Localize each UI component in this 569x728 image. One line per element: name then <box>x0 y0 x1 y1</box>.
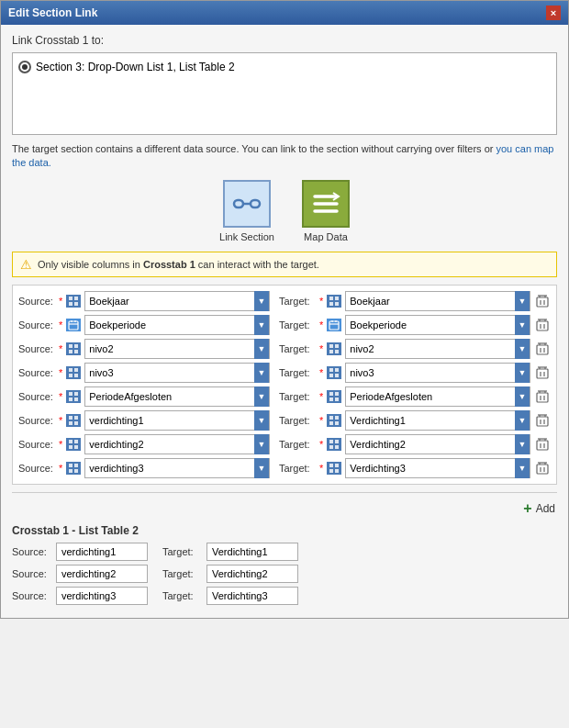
map-data-button[interactable] <box>302 180 350 228</box>
summary-target-field: Verdichting2 <box>206 565 298 583</box>
source-dropdown[interactable]: verdichting3 ▼ <box>84 458 270 478</box>
target-dropdown-arrow[interactable]: ▼ <box>515 386 530 407</box>
source-field-icon <box>66 342 81 355</box>
mapping-rows-container: Source: * Boekjaar ▼ Target: * Boekjaar … <box>12 285 557 485</box>
svg-rect-93 <box>74 445 78 449</box>
svg-rect-67 <box>335 392 339 396</box>
target-dropdown-text: Verdichting1 <box>346 415 515 426</box>
target-dropdown-arrow[interactable]: ▼ <box>515 434 530 454</box>
svg-rect-24 <box>329 321 339 330</box>
delete-row-button[interactable] <box>534 388 551 405</box>
target-field-icon <box>327 342 341 355</box>
required-star-target: * <box>319 343 323 354</box>
summary-source-field: verdichting1 <box>56 543 148 561</box>
target-label: Target: <box>279 367 316 378</box>
delete-row-button[interactable] <box>534 293 551 309</box>
source-dropdown-arrow[interactable]: ▼ <box>254 410 269 431</box>
target-dropdown-arrow[interactable]: ▼ <box>515 339 530 359</box>
target-dropdown-text: nivo3 <box>346 367 515 378</box>
mapping-row: Source: * Boekjaar ▼ Target: * Boekjaar … <box>18 291 551 311</box>
delete-row-button[interactable] <box>534 317 551 333</box>
source-dropdown[interactable]: PeriodeAfgesloten ▼ <box>84 386 270 407</box>
source-dropdown-text: Boekperiode <box>85 319 254 330</box>
target-label: Target: <box>279 343 316 354</box>
title-bar: Edit Section Link × <box>1 1 568 25</box>
delete-row-button[interactable] <box>534 436 551 453</box>
svg-rect-6 <box>69 297 73 300</box>
target-dropdown[interactable]: Boekjaar ▼ <box>345 291 530 311</box>
target-dropdown[interactable]: Boekperiode ▼ <box>345 315 530 335</box>
svg-rect-51 <box>74 374 78 377</box>
svg-rect-0 <box>234 200 243 207</box>
svg-rect-91 <box>74 440 78 443</box>
target-dropdown-arrow[interactable]: ▼ <box>515 291 530 311</box>
target-dropdown[interactable]: Verdichting3 ▼ <box>345 458 530 478</box>
svg-rect-9 <box>74 302 78 306</box>
delete-row-button[interactable] <box>534 412 551 429</box>
source-dropdown-arrow[interactable]: ▼ <box>254 363 269 383</box>
summary-source-label: Source: <box>12 546 49 557</box>
section-radio[interactable] <box>18 61 31 73</box>
source-dropdown[interactable]: Boekperiode ▼ <box>84 315 270 335</box>
svg-rect-36 <box>69 350 73 353</box>
source-dropdown-arrow[interactable]: ▼ <box>254 386 269 407</box>
svg-rect-76 <box>69 416 73 420</box>
summary-source-label: Source: <box>12 568 49 579</box>
source-dropdown[interactable]: verdichting1 ▼ <box>84 410 270 431</box>
target-label: Target: <box>279 415 316 426</box>
section-select-box[interactable]: Section 3: Drop-Down List 1, List Table … <box>12 52 557 135</box>
svg-rect-111 <box>335 469 339 473</box>
source-dropdown-arrow[interactable]: ▼ <box>254 458 269 478</box>
source-dropdown-text: verdichting3 <box>85 463 254 474</box>
svg-rect-68 <box>329 398 333 401</box>
action-buttons-group: Link Section Map Data <box>12 180 557 242</box>
svg-rect-10 <box>329 297 333 300</box>
target-dropdown[interactable]: nivo2 ▼ <box>345 339 530 359</box>
svg-rect-106 <box>69 469 73 473</box>
target-dropdown-arrow[interactable]: ▼ <box>515 458 530 478</box>
source-field-icon <box>66 390 81 403</box>
target-dropdown[interactable]: PeriodeAfgesloten ▼ <box>345 386 530 407</box>
source-field-icon <box>66 462 81 475</box>
summary-target-label: Target: <box>162 568 199 579</box>
section-item[interactable]: Section 3: Drop-Down List 1, List Table … <box>18 59 551 75</box>
target-dropdown[interactable]: Verdichting2 ▼ <box>345 434 530 454</box>
svg-rect-52 <box>329 368 333 372</box>
source-dropdown-text: verdichting1 <box>85 415 254 426</box>
source-dropdown-arrow[interactable]: ▼ <box>254 434 269 454</box>
target-field-icon <box>327 438 341 451</box>
required-star-source: * <box>59 439 62 450</box>
target-dropdown[interactable]: nivo3 ▼ <box>345 363 530 383</box>
source-dropdown[interactable]: nivo2 ▼ <box>84 339 270 359</box>
source-dropdown-arrow[interactable]: ▼ <box>254 315 269 335</box>
source-dropdown-text: nivo3 <box>85 367 254 378</box>
svg-rect-42 <box>537 345 548 354</box>
target-field-icon <box>327 390 341 403</box>
source-dropdown[interactable]: Boekjaar ▼ <box>84 291 270 311</box>
link-section-button[interactable] <box>223 180 271 228</box>
target-dropdown-arrow[interactable]: ▼ <box>515 363 530 383</box>
svg-rect-41 <box>335 350 339 353</box>
source-dropdown-text: verdichting2 <box>85 439 254 450</box>
warning-bar: ⚠ Only visible columns in Crosstab 1 can… <box>12 252 557 277</box>
source-label: Source: <box>18 415 55 426</box>
source-dropdown-arrow[interactable]: ▼ <box>254 291 269 311</box>
source-dropdown[interactable]: verdichting2 ▼ <box>84 434 270 454</box>
mapping-row: Source: * PeriodeAfgesloten ▼ Target: * … <box>18 386 551 407</box>
source-dropdown[interactable]: nivo3 ▼ <box>84 363 270 383</box>
svg-rect-39 <box>335 344 339 348</box>
target-dropdown[interactable]: Verdichting1 ▼ <box>345 410 530 431</box>
svg-rect-50 <box>69 374 73 377</box>
target-dropdown-arrow[interactable]: ▼ <box>515 410 530 431</box>
source-dropdown-arrow[interactable]: ▼ <box>254 339 269 359</box>
source-field-icon <box>66 295 81 308</box>
target-field-icon <box>327 462 341 475</box>
close-button[interactable]: × <box>546 6 561 20</box>
delete-row-button[interactable] <box>534 364 551 381</box>
add-label[interactable]: Add <box>536 502 555 515</box>
delete-row-button[interactable] <box>534 460 551 476</box>
required-star-source: * <box>59 391 62 402</box>
svg-rect-83 <box>335 421 339 425</box>
target-dropdown-arrow[interactable]: ▼ <box>515 315 530 335</box>
delete-row-button[interactable] <box>534 341 551 357</box>
